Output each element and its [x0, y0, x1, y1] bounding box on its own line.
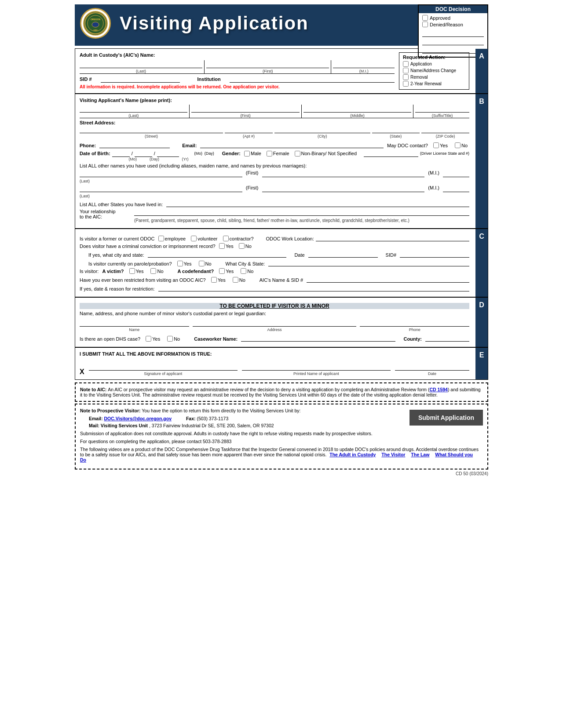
institution-field[interactable]	[230, 76, 395, 83]
other-states-field[interactable]	[166, 200, 469, 207]
caseworker-field[interactable]	[241, 335, 395, 342]
volunteer-checkbox[interactable]	[191, 236, 197, 241]
dhs-no-label: No	[174, 336, 180, 342]
victim-no-checkbox[interactable]	[150, 268, 156, 274]
phone-field[interactable]	[99, 141, 170, 148]
caseworker-label: Caseworker Name:	[194, 336, 238, 342]
codef-no-checkbox[interactable]	[241, 268, 246, 274]
dl-field[interactable]	[364, 150, 418, 157]
parole-no-checkbox[interactable]	[199, 261, 205, 266]
aic-name-sid-field[interactable]	[307, 276, 469, 283]
aic-last-name-field[interactable]	[80, 60, 202, 68]
dhs-no-checkbox[interactable]	[167, 336, 173, 342]
city-sublabel: (City)	[274, 134, 370, 138]
mail-value: Visiting Services Unit	[101, 423, 148, 428]
odoc-work-field[interactable]	[316, 234, 469, 241]
dob-yr-field[interactable]	[157, 150, 179, 157]
dob-mo-field[interactable]	[112, 150, 130, 157]
zip-sublabel: (ZIP Code)	[421, 134, 469, 138]
apt-field[interactable]	[225, 126, 273, 133]
dob-day-field[interactable]	[135, 150, 152, 157]
signature-field[interactable]	[89, 360, 238, 371]
if-yes-city-label: If yes, what city and state:	[88, 252, 144, 258]
restricted-yes-checkbox[interactable]	[211, 277, 217, 283]
criminal-yes-checkbox[interactable]	[219, 243, 225, 249]
guardian-name-col: Name	[80, 319, 189, 332]
codef-yes-checkbox[interactable]	[219, 268, 225, 274]
guardian-phone-label: Phone	[360, 328, 469, 332]
visitor-first-name-field[interactable]	[191, 105, 299, 113]
day-sublabel: (Day)	[141, 157, 168, 161]
may-doc-yes-checkbox[interactable]	[433, 142, 439, 148]
footer-code: CD 50 (03/2024)	[75, 471, 488, 476]
restriction-reason-field[interactable]	[158, 284, 469, 291]
action-renewal-checkbox[interactable]	[403, 81, 409, 87]
section-c: Is visitor a former or current ODOC empl…	[75, 229, 488, 298]
cd1594-link[interactable]: CD 1594	[429, 387, 447, 392]
first-label2: (First)	[246, 185, 259, 192]
sig-label: Signature of applicant	[89, 371, 238, 376]
parole-city-field[interactable]	[268, 259, 469, 266]
email-field[interactable]	[200, 141, 384, 148]
aic-mi-field[interactable]	[333, 60, 395, 68]
denied-checkbox[interactable]	[422, 22, 428, 27]
county-field[interactable]	[425, 335, 469, 342]
may-doc-no-checkbox[interactable]	[455, 142, 461, 148]
dob-labels-row: (Mo) (Day) (Yr)	[80, 157, 469, 161]
gender-male-checkbox[interactable]	[244, 151, 250, 157]
parole-yes-checkbox[interactable]	[177, 261, 183, 266]
employee-checkbox[interactable]	[158, 236, 164, 241]
sid-field[interactable]	[101, 76, 180, 83]
contractor-checkbox[interactable]	[223, 236, 229, 241]
date-signed-field[interactable]	[395, 360, 469, 371]
street-field[interactable]	[80, 126, 223, 133]
conviction-sid-field[interactable]	[400, 251, 469, 258]
street-address-label: Street Address:	[80, 120, 116, 125]
aic-first-name-field[interactable]	[206, 60, 329, 68]
questions-note: For questions on completing the applicat…	[80, 439, 483, 444]
svg-text:OREGON: OREGON	[91, 18, 101, 21]
restricted-no-checkbox[interactable]	[233, 277, 238, 283]
email-link[interactable]: DOC.Visitors@doc.oregon.gov	[104, 416, 172, 421]
visitor-suffix-field[interactable]	[415, 105, 469, 113]
yr-sublabel: (Yr)	[172, 157, 198, 161]
victim-yes-checkbox[interactable]	[129, 268, 135, 274]
city-field[interactable]	[274, 126, 370, 133]
action-application-checkbox[interactable]	[403, 61, 409, 67]
dhs-yes-checkbox[interactable]	[146, 336, 151, 342]
conviction-date-field[interactable]	[308, 251, 378, 258]
criminal-no-checkbox[interactable]	[239, 243, 245, 249]
submit-application-button[interactable]: Submit Application	[409, 410, 483, 426]
section-e-label: E	[475, 348, 488, 379]
video-link-adult[interactable]: The Adult in Custody	[329, 452, 376, 457]
relationship-field[interactable]	[134, 209, 469, 216]
action-name-change-checkbox[interactable]	[403, 68, 409, 73]
approved-checkbox[interactable]	[422, 15, 428, 21]
other-mi2-field[interactable]	[443, 185, 469, 192]
state-sublabel: (State)	[372, 134, 420, 138]
other-last1-field[interactable]	[80, 170, 242, 177]
visitor-middle-name-field[interactable]	[303, 105, 411, 113]
gender-nonbinary-checkbox[interactable]	[295, 151, 300, 157]
visitor-last-name-field[interactable]	[80, 105, 187, 113]
other-mi1-field[interactable]	[443, 170, 469, 177]
city-state-field[interactable]	[148, 251, 287, 258]
other-last2-field[interactable]	[80, 185, 242, 192]
state-field[interactable]	[372, 126, 420, 133]
volunteer-check: volunteer	[191, 236, 217, 241]
guardian-name-field[interactable]	[80, 319, 189, 327]
zip-field[interactable]	[421, 126, 469, 133]
action-name-change-row: Name/Address Change	[403, 68, 465, 73]
other-first2-field[interactable]	[262, 185, 425, 192]
section-a: Adult in Custody's (AIC's) Name: (Last) …	[75, 49, 488, 94]
action-application-label: Application	[410, 62, 432, 66]
video-link-law[interactable]: The Law	[411, 452, 429, 457]
guardian-phone-field[interactable]	[360, 319, 469, 327]
action-removal-checkbox[interactable]	[403, 74, 409, 80]
printed-name-field[interactable]	[242, 360, 391, 371]
svg-rect-4	[93, 23, 98, 26]
gender-female-checkbox[interactable]	[267, 151, 272, 157]
video-link-visitor[interactable]: The Visitor	[381, 452, 405, 457]
other-first1-field[interactable]	[262, 170, 425, 177]
guardian-address-field[interactable]	[193, 319, 357, 327]
